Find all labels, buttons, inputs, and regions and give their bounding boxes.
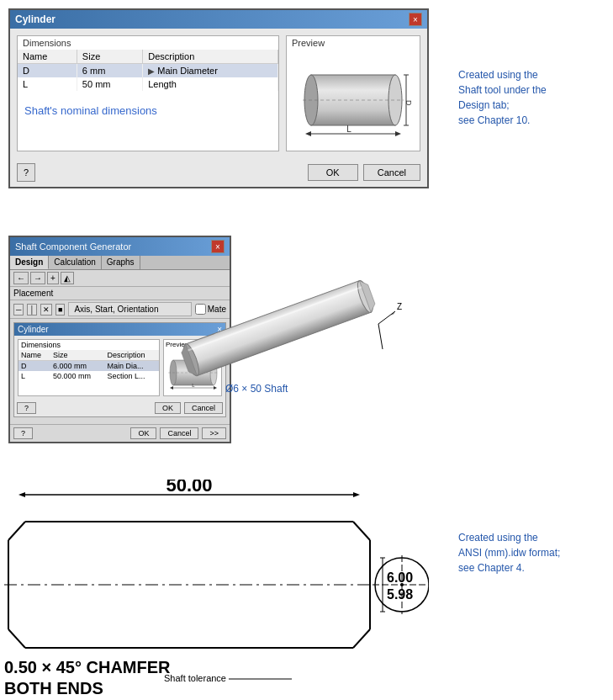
axis-icon1: ─: [13, 304, 24, 316]
annotation2-line3: see Chapter 4.: [458, 562, 525, 574]
sg-inner-title: Cylinder: [18, 325, 49, 334]
annotation2-line2: ANSI (mm).idw format;: [458, 547, 560, 559]
annotation1-line3: Design tab;: [458, 99, 510, 111]
annotation1-line4: see Chapter 10.: [458, 114, 530, 126]
sg-help-btn[interactable]: ?: [17, 402, 36, 414]
dimensions-panel: Dimensions Name Size Description D 6 mm: [17, 35, 279, 151]
svg-line-26: [378, 311, 395, 324]
dimensions-table: Name Size Description D 6 mm ▶ Main Diam…: [18, 50, 278, 91]
tab-calculation[interactable]: Calculation: [49, 256, 101, 269]
tab-design-label: Design: [15, 257, 43, 267]
cylinder-dialog-section: Cylinder × Dimensions Name Size Descript…: [8, 8, 437, 188]
annotation2-line1: Created using the: [458, 532, 538, 544]
row1-name: D: [18, 64, 77, 78]
sg-row2-desc: Section L...: [104, 371, 159, 381]
tab-graphs-label: Graphs: [107, 257, 135, 267]
svg-text:5.98: 5.98: [387, 587, 413, 602]
sg-dim-table: Name Size Description D 6.000 mm Main Di…: [18, 350, 159, 381]
svg-line-40: [353, 522, 370, 540]
shaft-3d-svg: Z: [168, 240, 412, 408]
toolbar-icon2: →: [30, 272, 45, 284]
axis-icon4: ■: [55, 304, 65, 316]
sg-footer-ok[interactable]: OK: [130, 427, 156, 439]
table-row[interactable]: D 6 mm ▶ Main Diameter: [18, 64, 278, 78]
sg-footer-help[interactable]: ?: [13, 427, 33, 439]
sg-dim-title: Dimensions: [18, 340, 159, 350]
sg-col-desc: Description: [104, 350, 159, 361]
toolbar-icon1: ←: [13, 272, 29, 284]
dialog-titlebar: Cylinder ×: [10, 10, 427, 29]
table-row[interactable]: L 50 mm Length: [18, 77, 278, 91]
table-row[interactable]: D 6.000 mm Main Dia...: [18, 361, 159, 372]
tolerance-label: Shaft tolerance: [164, 673, 296, 684]
svg-line-39: [8, 629, 25, 648]
tolerance-text: Shaft tolerance: [164, 673, 226, 683]
svg-line-42: [353, 629, 370, 648]
svg-text:D: D: [404, 100, 412, 106]
svg-marker-29: [391, 311, 395, 316]
svg-line-37: [8, 522, 25, 540]
svg-marker-33: [353, 492, 360, 497]
svg-rect-20: [186, 281, 371, 376]
row2-size: 50 mm: [77, 77, 142, 91]
svg-text:BOTH ENDS: BOTH ENDS: [4, 679, 103, 697]
col-size: Size: [77, 50, 142, 64]
svg-marker-32: [18, 492, 25, 497]
row1-desc: ▶ Main Diameter: [143, 64, 278, 78]
sg-row1-size: 6.000 mm: [50, 361, 105, 372]
sg-row2-name: L: [18, 371, 50, 381]
row2-name: L: [18, 77, 77, 91]
shaft-label: Ø6 × 50 Shaft: [225, 383, 288, 395]
placement-label: Placement: [13, 289, 53, 298]
nominal-text: Shaft's nominal dimensions: [18, 91, 278, 130]
svg-text:0.50 × 45° CHAMFER: 0.50 × 45° CHAMFER: [4, 658, 171, 676]
drawing-svg: 50.00 6.00 5.98 0.50 × 45° CHAMFER BOTH …: [0, 480, 429, 698]
ok-button[interactable]: OK: [308, 164, 358, 181]
cylinder-preview-svg: D L: [294, 58, 412, 142]
sg-col-name: Name: [18, 350, 50, 361]
dialog-close-button[interactable]: ×: [409, 13, 422, 26]
annotation1: Created using the Shaft tool under the D…: [458, 67, 605, 128]
axis-icon2: │: [27, 304, 37, 316]
sg-footer-cancel[interactable]: Cancel: [160, 427, 198, 439]
toolbar-icon3: +: [47, 272, 59, 284]
sg-footer: ? OK Cancel >>: [10, 424, 230, 442]
svg-text:50.00: 50.00: [166, 480, 212, 496]
annotation1-line1: Created using the: [458, 69, 538, 81]
axis-icon3: ✕: [40, 304, 52, 316]
row1-size: 6 mm: [77, 64, 142, 78]
sg-footer-buttons: OK Cancel >>: [130, 427, 226, 439]
svg-text:6.00: 6.00: [387, 570, 413, 585]
drawing-section: 50.00 6.00 5.98 0.50 × 45° CHAMFER BOTH …: [0, 480, 429, 698]
tab-calculation-label: Calculation: [54, 257, 95, 267]
svg-marker-9: [305, 131, 311, 136]
preview-area: D L: [287, 50, 420, 151]
sg-row2-size: 50.000 mm: [50, 371, 105, 381]
dialog-title: Cylinder: [15, 13, 55, 25]
shaft-3d-area: Z: [168, 240, 412, 408]
svg-text:Z: Z: [397, 302, 402, 311]
col-name: Name: [18, 50, 77, 64]
help-button[interactable]: ?: [17, 163, 35, 182]
row1-desc-text: Main Diameter: [157, 66, 218, 76]
sg-row1-name: D: [18, 361, 50, 372]
tab-graphs[interactable]: Graphs: [102, 256, 140, 269]
toolbar-icon4: ◭: [61, 272, 74, 284]
dialog-body: Dimensions Name Size Description D 6 mm: [10, 29, 427, 158]
cancel-button[interactable]: Cancel: [363, 164, 420, 181]
preview-title: Preview: [287, 36, 420, 50]
row2-desc: Length: [143, 77, 278, 91]
col-desc: Description: [143, 50, 278, 64]
dialog-buttons: OK Cancel: [308, 164, 420, 181]
table-row[interactable]: L 50.000 mm Section L...: [18, 371, 159, 381]
annotation1-line2: Shaft tool under the: [458, 84, 547, 96]
svg-line-28: [378, 324, 383, 349]
sg-row1-desc: Main Dia...: [104, 361, 159, 372]
dialog-footer: ? OK Cancel: [10, 158, 427, 187]
annotation2: Created using the ANSI (mm).idw format; …: [458, 530, 610, 575]
svg-text:L: L: [346, 125, 351, 134]
tab-design[interactable]: Design: [10, 256, 49, 269]
sg-dim-panel: Dimensions Name Size Description: [18, 339, 160, 396]
preview-panel: Preview: [286, 35, 420, 151]
sg-more-btn[interactable]: >>: [202, 427, 226, 439]
